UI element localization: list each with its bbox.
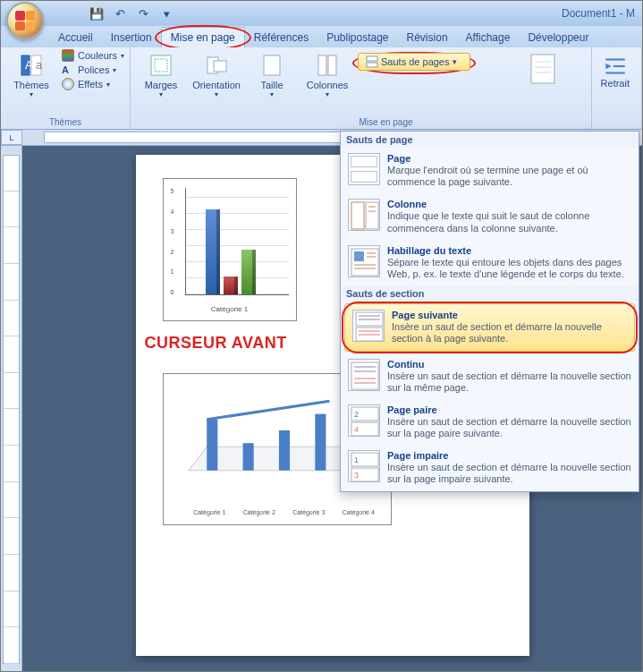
gallery-item-column[interactable]: ColonneIndique que le texte qui suit le … xyxy=(341,193,639,239)
margins-button[interactable]: Marges▾ xyxy=(136,49,186,98)
themes-label: Thèmes xyxy=(13,80,49,90)
group-page-setup: Marges▾ Orientation▾ Taille▾ Colonnes▾ S… xyxy=(131,47,642,129)
breaks-button-wrap: Sauts de pages xyxy=(358,55,470,71)
svg-rect-11 xyxy=(367,56,377,61)
svg-rect-23 xyxy=(278,430,289,471)
indent-icon xyxy=(602,55,629,78)
ribbon: Aa Thèmes ▾ Couleurs ▾ APolices ▾ Effets… xyxy=(1,47,642,130)
quick-access-toolbar: 💾 ↶ ↷ ▾ xyxy=(89,5,174,21)
svg-text:2: 2 xyxy=(354,410,359,419)
orientation-icon xyxy=(202,53,231,78)
redo-icon[interactable]: ↷ xyxy=(135,5,151,21)
svg-rect-12 xyxy=(367,63,377,67)
gallery-item-odd-page[interactable]: 13 Page impaireInsère un saut de section… xyxy=(341,445,639,490)
office-button[interactable] xyxy=(6,2,44,39)
tab-selector[interactable]: L xyxy=(1,130,22,145)
chart2-xaxis: Catégorie 1 Catégorie 2 Catégorie 3 Caté… xyxy=(185,509,384,515)
watermark-icon[interactable] xyxy=(526,51,571,87)
chart1-bar-3 xyxy=(241,250,256,294)
colors-icon xyxy=(62,49,74,62)
group-retrait: Retrait xyxy=(591,47,639,129)
breaks-gallery: Sauts de page PageMarque l'endroit où se… xyxy=(340,131,639,492)
column-break-icon xyxy=(348,199,380,231)
margins-icon xyxy=(147,53,175,78)
svg-rect-31 xyxy=(354,251,364,261)
svg-rect-4 xyxy=(151,55,171,75)
group-themes: Aa Thèmes ▾ Couleurs ▾ APolices ▾ Effets… xyxy=(1,47,131,129)
save-icon[interactable]: 💾 xyxy=(89,5,105,21)
svg-text:4: 4 xyxy=(354,425,359,434)
gallery-item-text-wrap[interactable]: Habillage du texteSépare le texte qui en… xyxy=(341,240,639,285)
size-button[interactable]: Taille▾ xyxy=(247,49,297,98)
effects-button[interactable]: Effets ▾ xyxy=(62,78,124,90)
gallery-item-page[interactable]: PageMarque l'endroit où se termine une p… xyxy=(341,148,639,193)
titlebar: 💾 ↶ ↷ ▾ Document1 - M xyxy=(1,1,642,26)
chart1-bar-2 xyxy=(224,276,238,294)
size-icon xyxy=(258,53,286,78)
next-page-icon xyxy=(352,310,385,342)
tab-insertion[interactable]: Insertion xyxy=(102,28,161,47)
undo-icon[interactable]: ↶ xyxy=(112,5,128,21)
annotation-cursor: CURSEUR AVANT xyxy=(145,334,287,353)
chart1-category: Catégorie 1 xyxy=(164,305,296,313)
svg-line-25 xyxy=(207,401,329,419)
document-title: Document1 - M xyxy=(174,7,642,20)
gallery-item-continuous[interactable]: ContinuInsère un saut de section et déma… xyxy=(341,353,639,399)
gallery-header-section-breaks: Sauts de section xyxy=(341,285,639,302)
breaks-icon xyxy=(366,55,378,68)
vertical-ruler[interactable] xyxy=(1,146,22,672)
text-wrap-icon xyxy=(348,245,380,277)
themes-icon: Aa xyxy=(17,53,46,78)
svg-rect-21 xyxy=(207,420,217,471)
effects-icon xyxy=(62,78,74,90)
themes-button[interactable]: Aa Thèmes ▾ xyxy=(6,49,56,98)
tab-affichage[interactable]: Affichage xyxy=(457,28,520,47)
svg-rect-22 xyxy=(242,443,253,471)
tab-mise-en-page[interactable]: Mise en page xyxy=(161,27,245,47)
gallery-header-page-breaks: Sauts de page xyxy=(341,132,639,148)
retrait-label: Retrait xyxy=(601,78,630,89)
group-label-page-setup: Mise en page xyxy=(136,115,636,129)
tab-references[interactable]: Références xyxy=(245,28,317,47)
page-break-icon xyxy=(348,153,380,185)
svg-text:a: a xyxy=(36,58,43,72)
ribbon-tabs: Accueil Insertion Mise en page Référence… xyxy=(1,26,642,47)
svg-rect-24 xyxy=(315,414,326,471)
odd-page-icon: 13 xyxy=(348,450,380,482)
tab-publipostage[interactable]: Publipostage xyxy=(317,28,397,47)
fonts-icon: A xyxy=(62,64,74,75)
group-label-themes: Thèmes xyxy=(6,115,124,129)
chevron-down-icon: ▾ xyxy=(30,90,33,98)
tab-developpeur[interactable]: Développeur xyxy=(519,28,597,47)
qat-more-icon[interactable]: ▾ xyxy=(158,5,174,21)
svg-rect-26 xyxy=(351,202,364,229)
columns-button[interactable]: Colonnes▾ xyxy=(302,49,352,98)
tab-revision[interactable]: Révision xyxy=(398,28,457,47)
svg-rect-10 xyxy=(328,55,336,75)
gallery-item-next-page[interactable]: Page suivanteInsère un saut de section e… xyxy=(344,303,635,351)
svg-rect-7 xyxy=(214,61,226,72)
colors-button[interactable]: Couleurs ▾ xyxy=(62,49,124,62)
chart1-bar-1 xyxy=(206,209,220,294)
fonts-button[interactable]: APolices ▾ xyxy=(62,64,124,75)
svg-rect-8 xyxy=(264,55,280,75)
svg-rect-9 xyxy=(318,55,326,75)
chart-bar[interactable]: 543210 Catégorie 1 xyxy=(163,178,297,321)
even-page-icon: 24 xyxy=(348,404,380,437)
orientation-button[interactable]: Orientation▾ xyxy=(191,49,241,98)
breaks-button[interactable]: Sauts de pages xyxy=(358,53,470,71)
svg-text:1: 1 xyxy=(354,455,359,464)
tab-accueil[interactable]: Accueil xyxy=(49,28,102,47)
gallery-item-even-page[interactable]: 24 Page paireInsère un saut de section e… xyxy=(341,399,639,445)
columns-icon xyxy=(313,53,342,78)
chart1-plot xyxy=(185,188,289,295)
continuous-icon xyxy=(348,359,380,391)
svg-rect-13 xyxy=(531,55,554,83)
chart1-yaxis: 543210 xyxy=(171,188,174,295)
svg-text:3: 3 xyxy=(354,471,359,480)
